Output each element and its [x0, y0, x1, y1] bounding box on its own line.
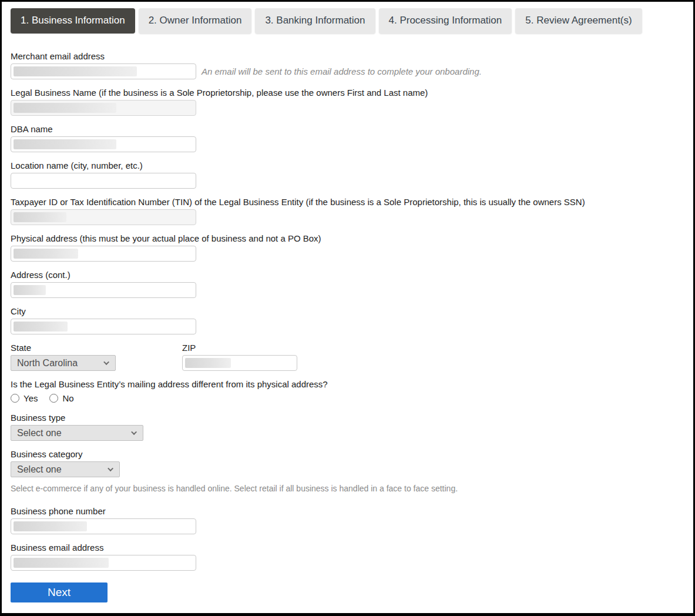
business-phone-label: Business phone number: [11, 506, 684, 517]
field-location-name: Location name (city, number, etc.): [11, 160, 684, 189]
radio-yes-label: Yes: [23, 393, 38, 403]
state-label: State: [11, 343, 182, 353]
field-merchant-email: Merchant email address An email will be …: [11, 51, 684, 79]
address-cont-input[interactable]: [11, 282, 196, 298]
radio-button-icon: [49, 394, 58, 403]
field-physical-address: Physical address (this must be your actu…: [11, 233, 684, 262]
redacted-value: [14, 139, 116, 149]
redacted-value: [14, 103, 116, 113]
business-category-select-value: Select one: [17, 464, 62, 475]
field-dba-name: DBA name: [11, 124, 684, 152]
business-type-label: Business type: [11, 413, 684, 423]
field-business-phone: Business phone number: [11, 506, 684, 534]
business-category-helper: Select e-commerce if any of your busines…: [11, 484, 684, 493]
tin-input[interactable]: [11, 209, 196, 225]
radio-no[interactable]: No: [49, 393, 73, 403]
city-label: City: [11, 306, 684, 317]
next-button[interactable]: Next: [11, 582, 108, 602]
redacted-value: [14, 285, 46, 295]
redacted-value: [14, 249, 78, 259]
field-zip: ZIP: [182, 343, 297, 371]
tab-banking-information[interactable]: 3. Banking Information: [255, 8, 375, 34]
radio-yes[interactable]: Yes: [11, 393, 38, 403]
location-name-label: Location name (city, number, etc.): [11, 160, 684, 171]
tab-business-information[interactable]: 1. Business Information: [11, 8, 135, 34]
tab-owner-information[interactable]: 2. Owner Information: [139, 8, 252, 34]
merchant-email-helper: An email will be sent to this email addr…: [202, 66, 482, 76]
chevron-down-icon: [103, 359, 109, 365]
legal-business-name-input[interactable]: [11, 100, 196, 116]
business-category-label: Business category: [11, 449, 684, 460]
onboarding-form-page: 1. Business Information 2. Owner Informa…: [2, 2, 693, 602]
tin-label: Taxpayer ID or Tax Identification Number…: [11, 197, 684, 207]
zip-label: ZIP: [182, 343, 297, 353]
mailing-different-options: Yes No: [11, 393, 684, 403]
state-select[interactable]: North Carolina: [11, 355, 116, 371]
radio-button-icon: [11, 394, 19, 403]
business-type-select[interactable]: Select one: [11, 425, 143, 441]
state-select-value: North Carolina: [17, 358, 78, 369]
field-business-category: Business category Select one Select e-co…: [11, 449, 684, 493]
zip-input[interactable]: [182, 355, 297, 371]
physical-address-input[interactable]: [11, 246, 196, 262]
redacted-value: [14, 322, 68, 332]
tab-processing-information[interactable]: 4. Processing Information: [379, 8, 512, 34]
tab-review-agreements[interactable]: 5. Review Agreement(s): [515, 8, 642, 34]
physical-address-label: Physical address (this must be your actu…: [11, 233, 684, 244]
field-state-zip-row: State North Carolina ZIP: [11, 343, 684, 371]
business-email-input[interactable]: [11, 555, 196, 571]
dba-name-input[interactable]: [11, 136, 196, 152]
field-legal-business-name: Legal Business Name (if the business is …: [11, 88, 684, 116]
redacted-value: [185, 358, 231, 368]
chevron-down-icon: [108, 466, 113, 471]
field-mailing-different: Is the Legal Business Entity’s mailing a…: [11, 379, 684, 403]
legal-business-name-label: Legal Business Name (if the business is …: [11, 88, 684, 98]
business-type-select-value: Select one: [17, 428, 62, 438]
dba-name-label: DBA name: [11, 124, 684, 135]
address-cont-label: Address (cont.): [11, 270, 684, 280]
business-category-select[interactable]: Select one: [11, 461, 120, 477]
mailing-different-label: Is the Legal Business Entity’s mailing a…: [11, 379, 684, 390]
business-email-label: Business email address: [11, 543, 684, 553]
city-input[interactable]: [11, 319, 196, 334]
redacted-value: [14, 66, 137, 76]
business-phone-input[interactable]: [11, 518, 196, 534]
redacted-value: [14, 558, 109, 568]
field-state: State North Carolina: [11, 343, 182, 371]
field-tin: Taxpayer ID or Tax Identification Number…: [11, 197, 684, 225]
field-business-email: Business email address: [11, 543, 684, 571]
redacted-value: [14, 521, 87, 531]
business-information-form: Merchant email address An email will be …: [11, 51, 684, 602]
chevron-down-icon: [131, 429, 137, 435]
redacted-value: [14, 212, 66, 222]
radio-no-label: No: [62, 393, 73, 403]
field-address-cont: Address (cont.): [11, 270, 684, 298]
step-tab-bar: 1. Business Information 2. Owner Informa…: [11, 8, 684, 34]
location-name-input[interactable]: [11, 173, 196, 189]
merchant-email-label: Merchant email address: [11, 51, 684, 62]
field-business-type: Business type Select one: [11, 413, 684, 441]
field-city: City: [11, 306, 684, 334]
merchant-email-input[interactable]: [11, 63, 196, 79]
